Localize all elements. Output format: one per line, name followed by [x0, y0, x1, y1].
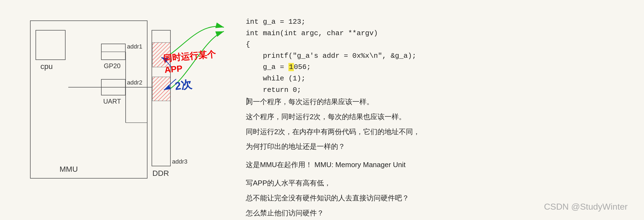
cpu-box: [36, 30, 66, 60]
code-line-4: printf("g_a's addr = 0x%x\n", &g_a);: [246, 50, 416, 62]
text-area: int g_a = 123; int main(int argc, char *…: [224, 0, 644, 220]
annotation-red: 同时运行某个APP: [163, 48, 225, 76]
desc-line-6: 写APP的人水平有高有低，: [246, 177, 546, 189]
code-line-6: while (1);: [246, 73, 416, 85]
watermark: CSDN @StudyWinter: [544, 202, 628, 212]
desc-line-1: 同一个程序，每次运行的结果应该一样。: [246, 95, 546, 108]
highlight-456: 1: [288, 63, 294, 71]
description-text: 同一个程序，每次运行的结果应该一样。 这个程序，同时运行2次，每次的结果也应该一…: [246, 95, 546, 220]
code-block: int g_a = 123; int main(int argc, char *…: [246, 16, 416, 107]
diagram-area: cpu MMU GP20 addr1 UART addr2 DDR addr3: [0, 0, 224, 220]
code-line-1: int g_a = 123;: [246, 16, 416, 28]
ddr-column: [152, 30, 171, 166]
desc-line-7: 总不能让完全没有硬件知识的人去直接访问硬件吧？: [246, 192, 546, 204]
ddr-label: DDR: [152, 169, 169, 178]
cpu-label: cpu: [40, 62, 53, 71]
gpio-label: GP20: [104, 62, 120, 70]
code-line-2: int main(int argc, char **argv): [246, 28, 416, 39]
desc-line-5: 这是MMU在起作用！ MMU: Memory Manager Unit: [246, 158, 546, 171]
annotation-red-text: 同时运行某个APP: [163, 49, 216, 75]
gpio-box: [101, 44, 126, 60]
desc-line-4: 为何打印出的地址还是一样的？: [246, 140, 546, 153]
uart-label: UART: [103, 98, 121, 105]
desc-line-2: 这个程序，同时运行2次，每次的结果也应该一样。: [246, 110, 546, 123]
addr3-label: addr3: [172, 158, 187, 165]
addr2-label: addr2: [127, 79, 142, 86]
code-line-7: return 0;: [246, 85, 416, 96]
code-line-3: {: [246, 39, 416, 50]
mmu-label: MMU: [60, 165, 78, 174]
desc-line-3: 同时运行2次，在内存中有两份代码，它们的地址不同，: [246, 125, 546, 138]
code-line-5: g_a = 1056;: [246, 62, 416, 73]
uart-box: [101, 79, 126, 95]
main-container: cpu MMU GP20 addr1 UART addr2 DDR addr3: [0, 0, 644, 220]
annotation-blue: 2次: [174, 77, 193, 94]
addr1-label: addr1: [127, 43, 142, 50]
annotation-blue-text: 2次: [174, 78, 193, 92]
desc-line-8: 怎么禁止他们访问硬件？: [246, 207, 546, 219]
